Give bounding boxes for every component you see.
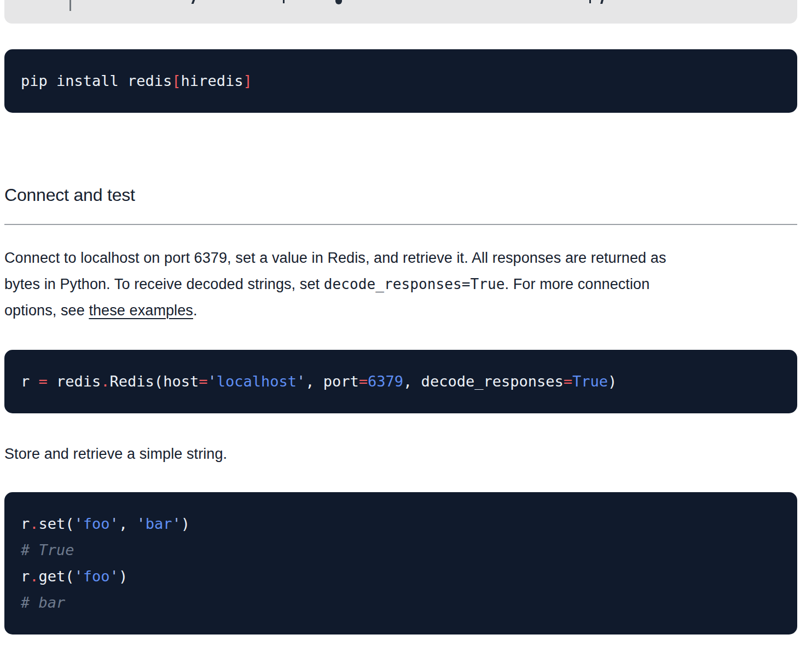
code-token-comment: # True [21,541,74,558]
clipped-text-fragment [600,0,604,4]
code-line: r.get('foo') [21,563,781,590]
code-token-blue: True [572,373,608,390]
code-token-plain: Redis(host [110,373,199,390]
connect-code-block: r = redis.Redis(host='localhost', port=6… [4,350,797,413]
content-column: pip install redis[hiredis] Connect and t… [4,0,797,635]
clipped-text-fragment [192,0,195,4]
code-token-quote: ' [74,568,83,585]
code-token-red: = [39,373,48,390]
code-token-plain: , port [305,373,359,390]
intro-paragraph: Connect to localhost on port 6379, set a… [4,245,797,324]
code-token-red: = [199,373,207,390]
code-token-quote: ' [74,515,83,532]
code-token-quote: ' [110,568,119,585]
code-line: # bar [21,590,781,616]
code-token-blue: foo [83,568,110,585]
code-line: pip install redis[hiredis] [21,68,781,94]
code-token-plain: ) [119,568,127,585]
code-token-quote: ' [136,515,145,532]
code-token-plain: pip install redis [21,72,172,89]
paragraph-text: options, see [4,302,89,319]
code-token-red: . [101,373,109,390]
code-token-plain: hiredis [181,72,243,89]
code-token-red: . [30,515,38,532]
code-token-blue: localhost [217,373,297,390]
these-examples-link[interactable]: these examples [89,302,193,319]
code-token-blue: 6379 [368,373,403,390]
install-code-block: pip install redis[hiredis] [4,49,797,113]
code-token-plain: get( [39,568,74,585]
store-retrieve-text: Store and retrieve a simple string. [4,441,797,467]
code-token-comment: # bar [21,594,65,611]
code-token-blue: bar [146,515,172,532]
inline-code: decode_responses=True [324,276,505,292]
partial-code-block [4,0,797,24]
code-token-plain: , [119,515,137,532]
clipped-text-fragment [335,0,342,4]
clipped-text-fragment [589,0,591,3]
code-token-plain: redis [48,373,101,390]
code-line: # True [21,537,781,563]
section-divider [4,224,797,225]
text-caret [69,0,71,11]
code-line: r.set('foo', 'bar') [21,511,781,537]
code-token-red: ] [243,72,252,89]
code-token-plain: ) [181,515,190,532]
code-token-quote: ' [110,515,119,532]
code-token-red: . [30,568,38,585]
paragraph-text: Connect to localhost on port 6379, set a… [4,250,666,266]
code-token-plain: r [21,515,30,532]
code-token-plain: , decode_responses [403,373,564,390]
code-token-quote: ' [297,373,305,390]
code-token-quote: ' [207,373,216,390]
paragraph-text: bytes in Python. To receive decoded stri… [4,276,324,292]
code-token-plain: set( [39,515,74,532]
clipped-text-fragment [283,0,285,3]
paragraph-text: . For more connection [505,276,650,292]
code-line: r = redis.Redis(host='localhost', port=6… [21,368,781,395]
example-code-block: r.set('foo', 'bar')# Truer.get('foo')# b… [4,492,797,635]
code-token-red: = [564,373,572,390]
code-token-quote: ' [172,515,181,532]
code-token-plain: ) [608,373,617,390]
code-token-red: [ [172,72,181,89]
code-token-plain: r [21,568,30,585]
code-token-blue: foo [83,515,110,532]
code-token-plain: r [21,373,39,390]
paragraph-text: . [193,302,198,319]
code-token-red: = [359,373,368,390]
section-heading: Connect and test [4,184,797,206]
